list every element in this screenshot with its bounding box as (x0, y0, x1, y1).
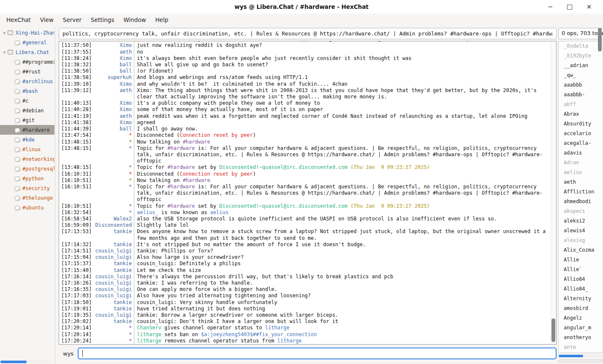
channel-item-linux[interactable]: #linux (0, 144, 54, 154)
message-text: peak reddit was when it was a forgotten … (134, 113, 551, 120)
user-item[interactable]: Allie` (559, 265, 603, 274)
expander-icon[interactable]: ▽ (1, 31, 8, 35)
channel-item-bash[interactable]: #bash (0, 86, 54, 96)
user-item[interactable]: Allio84_ (559, 284, 603, 294)
menu-hexchat[interactable]: HexChat (2, 16, 35, 23)
expander-icon[interactable]: ▽ (1, 50, 8, 54)
chat-message: [17:20:14]*ChanServ gives channel operat… (59, 325, 551, 331)
user-item[interactable]: ante (559, 342, 603, 352)
channel-item-ubuntu[interactable]: #ubuntu (0, 203, 54, 212)
user-item[interactable]: Alix_Cozma (559, 245, 603, 255)
maximize-button[interactable]: □ (560, 3, 579, 11)
channel-item-python[interactable]: #python (0, 174, 54, 183)
timestamp: [17:17:03] (59, 293, 92, 299)
channel-item-general[interactable]: #general (0, 38, 54, 47)
user-item[interactable]: acegalla- (559, 139, 603, 148)
user-item[interactable]: amosbird (559, 304, 603, 313)
tree-horizontal-scrollbar[interactable] (0, 360, 51, 364)
user-list[interactable]: _0xdelta_8192byte__adrian_qw_aaabbbaaabb… (558, 41, 603, 353)
network-row[interactable]: ▽Libera.Chat (0, 47, 54, 57)
user-item[interactable]: __adrian (559, 61, 603, 71)
menu-server[interactable]: Server (58, 16, 86, 23)
menu-settings[interactable]: Settings (86, 16, 119, 23)
user-item[interactable]: _qw_ (559, 71, 603, 80)
message-text: tankie: Phillips or Torx? (134, 248, 551, 254)
user-item[interactable]: accelario (559, 129, 603, 139)
nick: Ximo (92, 120, 134, 126)
user-item[interactable]: Absurdity (559, 119, 603, 129)
user-item[interactable]: _0xdelta (559, 41, 603, 51)
message-segment: (or Fidonet) (137, 68, 174, 74)
chat-scrollbar[interactable] (551, 41, 556, 344)
user-item[interactable]: alewis4 (559, 226, 603, 236)
server-tree[interactable]: ▽Xing-Hai-Zhan#general▽Libera.Chat##prog… (0, 28, 54, 360)
user-item[interactable]: anotheryo (559, 333, 603, 342)
channel-item-hardware[interactable]: #hardware (0, 125, 54, 135)
userlist-scrollbar-thumb[interactable] (598, 28, 602, 52)
nick: * (92, 338, 134, 344)
message-text: Topic for #hardware set by Disconsented!… (134, 164, 551, 171)
timestamp: [16:10:51] (59, 184, 92, 203)
channel-item-debian[interactable]: #debian (0, 106, 54, 115)
channel-name: #ubuntu (22, 205, 44, 211)
user-item[interactable]: aaabbb- (559, 90, 603, 100)
user-item[interactable]: Alternity (559, 294, 603, 304)
timestamp: [13:48:15] (59, 164, 92, 171)
menu-view[interactable]: View (35, 16, 58, 23)
menu-help[interactable]: Help (151, 16, 173, 23)
channel-icon (15, 89, 20, 93)
channel-item-postgresql[interactable]: #postgresql (0, 164, 54, 174)
user-item[interactable]: aeth (559, 177, 603, 187)
message-text: Now talking on #hardware (134, 177, 551, 184)
channel-item-networking[interactable]: #networking (0, 154, 54, 164)
message-text: Shall we all give up and go back to usen… (134, 62, 551, 68)
channel-item-thelounge[interactable]: #thelounge (0, 193, 54, 203)
channel-item-archlinux[interactable]: #archlinux (0, 76, 54, 86)
message-input[interactable] (79, 348, 556, 359)
scrollbar-thumb[interactable] (551, 318, 555, 342)
channel-name: #postgresql (22, 166, 54, 172)
user-item[interactable]: Allio84 (559, 274, 603, 284)
network-row[interactable]: ▽Xing-Hai-Zhan (0, 28, 54, 38)
user-item[interactable]: akspecs (559, 206, 603, 216)
user-item[interactable]: aaabbb (559, 80, 603, 90)
user-item[interactable]: adavis (559, 148, 603, 158)
menu-window[interactable]: Window (119, 16, 150, 23)
message-segment: Also how large is your screwdriver? (137, 254, 244, 260)
userlist-horizontal-scrollbar[interactable] (558, 354, 603, 358)
close-button[interactable]: × (579, 3, 599, 11)
minimize-button[interactable]: − (541, 3, 560, 11)
user-item[interactable]: Abrax (559, 109, 603, 119)
user-item[interactable]: angular_m (559, 323, 603, 333)
user-item[interactable]: aelius (559, 168, 603, 177)
user-item[interactable]: Allie (559, 255, 603, 265)
user-item[interactable]: Angelz (559, 313, 603, 323)
network-name: Libera.Chat (16, 49, 49, 55)
message-segment-teal: ChanServ (137, 325, 161, 331)
chat-message: [11:41:38]Ximoagreed (59, 120, 551, 126)
scrollbar-thumb[interactable] (559, 355, 583, 357)
channel-item-rust[interactable]: ##rust (0, 67, 54, 76)
user-item[interactable]: abff (559, 100, 603, 109)
nick: Ximo (92, 55, 134, 62)
nick: tankie (92, 261, 134, 267)
timestamp: [11:40:28] (59, 106, 92, 113)
channel-item-security[interactable]: #security (0, 183, 54, 193)
channel-item-c[interactable]: #c (0, 96, 54, 106)
channel-item-programming[interactable]: ##programming (0, 57, 54, 67)
user-item[interactable]: Adran (559, 158, 603, 168)
user-item[interactable]: aleksi2 (559, 216, 603, 226)
channel-item-kde[interactable]: #kde (0, 135, 54, 144)
channel-icon (15, 109, 20, 113)
user-item[interactable]: ahmedbodi (559, 197, 603, 206)
topic-input[interactable] (59, 28, 557, 39)
timestamp: [13:47:54] (59, 132, 92, 139)
scrollbar-thumb[interactable] (0, 361, 27, 363)
userlist-bottom-trough[interactable] (558, 359, 603, 363)
channel-item-git[interactable]: #git (0, 115, 54, 125)
user-item[interactable]: Affliction (559, 187, 603, 197)
user-item[interactable]: _8192byte (559, 51, 603, 61)
user-item[interactable]: alexisg (559, 236, 603, 245)
chat-message: [11:37:50]Ximojust now realizing reddit … (59, 42, 551, 49)
chat-message: [11:38:32]ballShall we all give up and g… (59, 62, 551, 68)
